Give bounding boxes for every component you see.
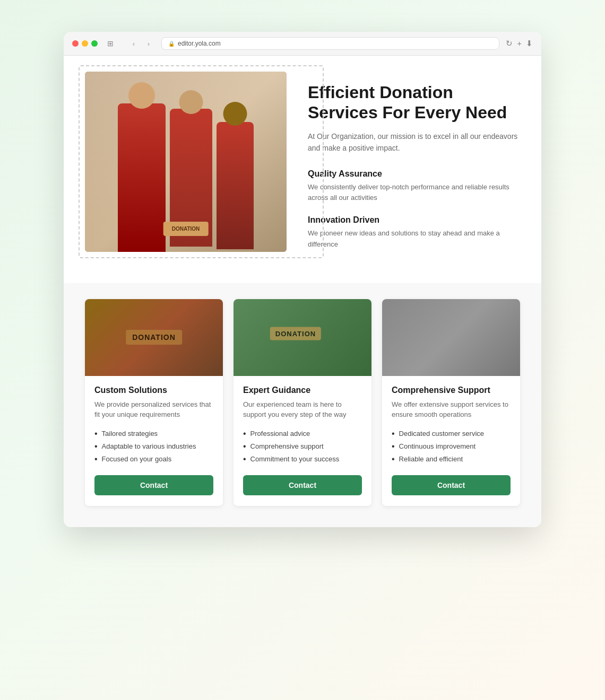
traffic-lights — [72, 40, 98, 47]
list-item: Dedicated customer service — [392, 427, 511, 440]
card-2-body: Expert Guidance Our experienced team is … — [234, 376, 371, 506]
address-bar[interactable]: 🔒 editor.yola.com — [161, 37, 499, 50]
url-text: editor.yola.com — [178, 40, 221, 47]
card-1-image — [85, 299, 223, 376]
donation-box-label: DONATION — [163, 222, 209, 236]
list-item: Reliable and efficient — [392, 453, 511, 466]
close-button[interactable] — [72, 40, 79, 47]
page-content: DONATION Efficient Donation Services For… — [64, 56, 541, 527]
card-2-list: Professional advice Comprehensive suppor… — [243, 427, 362, 466]
volunteer-figure-1 — [118, 103, 166, 252]
card-1-desc: We provide personalized services that fi… — [94, 399, 213, 420]
card-custom-solutions: Custom Solutions We provide personalized… — [85, 299, 223, 506]
list-item: Continuous improvement — [392, 440, 511, 453]
card-comprehensive-support: Comprehensive Support We offer extensive… — [382, 299, 520, 506]
list-item: Adaptable to various industries — [94, 440, 213, 453]
hero-subtitle: At Our Organization, our mission is to e… — [308, 130, 520, 154]
card-2-contact-button[interactable]: Contact — [243, 475, 362, 495]
volunteer-figure-3 — [217, 122, 254, 249]
list-item: Tailored strategies — [94, 427, 213, 440]
card-2-image — [234, 299, 371, 376]
hero-title: Efficient Donation Services For Every Ne… — [308, 82, 520, 123]
browser-actions: ↻ + ⬇ — [506, 39, 533, 48]
hero-image-wrapper: DONATION — [85, 72, 287, 252]
volunteer-scene: DONATION — [85, 72, 287, 252]
browser-nav: ‹ › — [127, 37, 155, 50]
feature-quality: Quality Assurance We consistently delive… — [308, 169, 520, 204]
card-3-image — [382, 299, 520, 376]
card-expert-guidance: Expert Guidance Our experienced team is … — [234, 299, 371, 506]
browser-toolbar: ⊞ ‹ › 🔒 editor.yola.com ↻ + ⬇ — [64, 32, 541, 56]
card-2-desc: Our experienced team is here to support … — [243, 399, 362, 420]
feature-innovation-desc: We pioneer new ideas and solutions to st… — [308, 228, 520, 250]
feature-innovation: Innovation Driven We pioneer new ideas a… — [308, 215, 520, 250]
feature-quality-title: Quality Assurance — [308, 169, 520, 179]
list-item: Commitment to your success — [243, 453, 362, 466]
feature-innovation-title: Innovation Driven — [308, 215, 520, 225]
lock-icon: 🔒 — [168, 41, 175, 47]
sidebar-toggle-icon[interactable]: ⊞ — [104, 38, 117, 49]
hero-text: Efficient Donation Services For Every Ne… — [308, 72, 520, 262]
download-icon[interactable]: ⬇ — [526, 39, 533, 48]
forward-button[interactable]: › — [142, 37, 155, 50]
back-button[interactable]: ‹ — [127, 37, 140, 50]
hero-section: DONATION Efficient Donation Services For… — [64, 56, 541, 283]
list-item: Professional advice — [243, 427, 362, 440]
card-3-desc: We offer extensive support services to e… — [392, 399, 511, 420]
cards-grid: Custom Solutions We provide personalized… — [85, 299, 520, 506]
card-3-body: Comprehensive Support We offer extensive… — [382, 376, 520, 506]
maximize-button[interactable] — [91, 40, 98, 47]
hero-image: DONATION — [85, 72, 287, 252]
minimize-button[interactable] — [82, 40, 88, 47]
card-3-title: Comprehensive Support — [392, 386, 511, 395]
card-3-contact-button[interactable]: Contact — [392, 475, 511, 495]
card-2-title: Expert Guidance — [243, 386, 362, 395]
card-1-title: Custom Solutions — [94, 386, 213, 395]
list-item: Focused on your goals — [94, 453, 213, 466]
card-1-contact-button[interactable]: Contact — [94, 475, 213, 495]
list-item: Comprehensive support — [243, 440, 362, 453]
card-1-list: Tailored strategies Adaptable to various… — [94, 427, 213, 466]
browser-window: ⊞ ‹ › 🔒 editor.yola.com ↻ + ⬇ — [64, 32, 541, 527]
card-3-list: Dedicated customer service Continuous im… — [392, 427, 511, 466]
refresh-icon[interactable]: ↻ — [506, 39, 513, 48]
feature-quality-desc: We consistently deliver top-notch perfor… — [308, 182, 520, 204]
cards-section: Custom Solutions We provide personalized… — [64, 283, 541, 527]
card-1-body: Custom Solutions We provide personalized… — [85, 376, 223, 506]
add-tab-icon[interactable]: + — [517, 39, 522, 48]
